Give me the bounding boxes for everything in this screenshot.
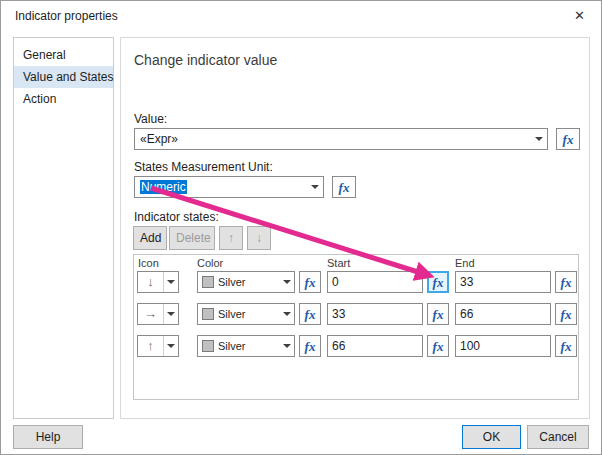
chevron-down-icon [163,304,178,324]
indicator-states-table: Icon Color Start End ↓ Silver fx fx [133,254,579,400]
fx-icon: fx [563,133,574,146]
value-label: Value: [134,112,167,126]
start-value-input[interactable] [327,303,423,325]
delete-state-button[interactable]: Delete [169,226,215,250]
color-dropdown[interactable]: Silver [197,335,295,357]
table-row: ↓ Silver fx fx fx [137,271,577,293]
fx-icon: fx [561,340,572,353]
fx-icon: fx [561,308,572,321]
cancel-button[interactable]: Cancel [527,425,589,449]
start-value-input[interactable] [327,271,423,293]
icon-dropdown[interactable]: ↑ [137,335,179,357]
page-title: Change indicator value [134,52,277,68]
fx-icon: fx [561,276,572,289]
icon-dropdown[interactable]: → [137,303,179,325]
start-value-input[interactable] [327,335,423,357]
color-value: Silver [218,340,279,352]
close-icon[interactable]: ✕ [574,8,585,24]
color-value: Silver [218,276,279,288]
fx-icon: fx [339,181,350,194]
down-arrow-icon: ↓ [138,272,163,292]
start-fx-expression-button[interactable]: fx [427,271,449,293]
chevron-down-icon [279,304,294,324]
sidebar: General Value and States Action [13,37,114,419]
start-fx-expression-button[interactable]: fx [427,303,449,325]
chevron-down-icon [163,272,178,292]
sidebar-item-value-and-states[interactable]: Value and States [14,66,113,88]
chevron-down-icon [163,336,178,356]
indicator-states-label: Indicator states: [134,210,219,224]
end-value-input[interactable] [455,335,551,357]
color-fx-expression-button[interactable]: fx [299,303,321,325]
value-dropdown[interactable]: «Expr» [134,128,548,150]
fx-icon: fx [433,340,444,353]
color-fx-expression-button[interactable]: fx [299,335,321,357]
fx-icon: fx [305,308,316,321]
sidebar-item-general[interactable]: General [14,44,113,66]
unit-dropdown-text: Numeric [140,180,305,194]
unit-label: States Measurement Unit: [134,160,273,174]
move-up-button[interactable]: ↑ [219,226,243,250]
color-dropdown[interactable]: Silver [197,303,295,325]
value-dropdown-text: «Expr» [140,132,529,146]
ok-button[interactable]: OK [462,425,521,449]
main-panel: Change indicator value Value: «Expr» fx … [120,37,590,419]
table-column-headers: Icon Color Start End [138,257,576,269]
unit-selected-text: Numeric [140,180,187,194]
table-row: → Silver fx fx fx [137,303,577,325]
end-value-input[interactable] [455,271,551,293]
fx-icon: fx [433,308,444,321]
dialog-title: Indicator properties [15,9,118,23]
down-arrow-icon: ↓ [256,231,262,245]
color-swatch [202,276,214,288]
unit-dropdown[interactable]: Numeric [134,176,324,198]
column-header-end: End [455,257,576,269]
color-swatch [202,308,214,320]
unit-fx-expression-button[interactable]: fx [332,176,356,198]
icon-dropdown[interactable]: ↓ [137,271,179,293]
color-swatch [202,340,214,352]
end-fx-expression-button[interactable]: fx [555,303,577,325]
indicator-properties-dialog: Indicator properties ✕ General Value and… [0,0,602,455]
column-header-start: Start [327,257,455,269]
chevron-down-icon [306,177,323,197]
column-header-icon: Icon [138,257,197,269]
value-fx-expression-button[interactable]: fx [556,128,580,150]
end-fx-expression-button[interactable]: fx [555,271,577,293]
end-fx-expression-button[interactable]: fx [555,335,577,357]
add-state-button[interactable]: Add [133,226,167,250]
right-arrow-icon: → [138,304,163,324]
chevron-down-icon [279,336,294,356]
move-down-button[interactable]: ↓ [247,226,271,250]
end-value-input[interactable] [455,303,551,325]
color-value: Silver [218,308,279,320]
up-arrow-icon: ↑ [228,231,234,245]
fx-icon: fx [305,340,316,353]
color-fx-expression-button[interactable]: fx [299,271,321,293]
titlebar: Indicator properties ✕ [1,1,601,31]
column-header-color: Color [197,257,327,269]
fx-icon: fx [305,276,316,289]
color-dropdown[interactable]: Silver [197,271,295,293]
fx-icon: fx [433,276,444,289]
sidebar-item-action[interactable]: Action [14,88,113,110]
start-fx-expression-button[interactable]: fx [427,335,449,357]
help-button[interactable]: Help [13,425,83,449]
chevron-down-icon [530,129,547,149]
table-row: ↑ Silver fx fx fx [137,335,577,357]
chevron-down-icon [279,272,294,292]
up-arrow-icon: ↑ [138,336,163,356]
